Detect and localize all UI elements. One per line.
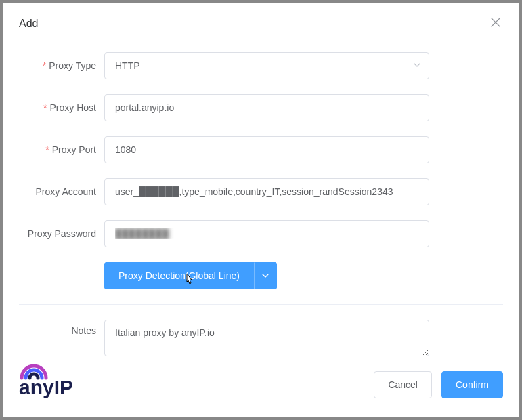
footer-actions: Cancel Confirm [374, 371, 503, 398]
add-proxy-modal: Add Proxy Type Proxy Host Proxy Port [3, 3, 519, 417]
divider [19, 304, 503, 305]
label-proxy-password: Proxy Password [19, 228, 104, 239]
row-notes: Notes [19, 320, 503, 358]
modal-header: Add [3, 3, 519, 32]
close-icon [491, 18, 500, 27]
row-proxy-host: Proxy Host [19, 94, 503, 121]
proxy-type-select[interactable] [104, 52, 429, 79]
label-proxy-port: Proxy Port [19, 144, 104, 155]
proxy-host-input[interactable] [104, 94, 429, 121]
label-notes: Notes [19, 320, 104, 336]
row-proxy-type: Proxy Type [19, 52, 503, 79]
confirm-button[interactable]: Confirm [441, 371, 503, 398]
label-proxy-account: Proxy Account [19, 186, 104, 197]
row-proxy-account: Proxy Account [19, 178, 503, 205]
row-proxy-port: Proxy Port [19, 136, 503, 163]
notes-textarea[interactable] [104, 320, 429, 356]
svg-text:anyIP: anyIP [19, 376, 73, 398]
proxy-port-input[interactable] [104, 136, 429, 163]
proxy-detection-dropdown[interactable] [254, 262, 277, 289]
proxy-detection-button[interactable]: Proxy Detection(Global Line) [104, 262, 254, 289]
label-proxy-host: Proxy Host [19, 102, 104, 113]
proxy-password-input[interactable] [104, 220, 429, 247]
chevron-down-icon [261, 272, 269, 280]
row-proxy-password: Proxy Password [19, 220, 503, 247]
modal-title: Add [19, 18, 38, 30]
modal-footer: anyIP Cancel Confirm [3, 360, 519, 417]
cancel-button[interactable]: Cancel [374, 371, 432, 398]
modal-body: Proxy Type Proxy Host Proxy Port Proxy A… [3, 32, 519, 358]
row-proxy-detection: Proxy Detection(Global Line) [19, 262, 503, 289]
anyip-logo: anyIP [19, 360, 114, 398]
label-proxy-type: Proxy Type [19, 60, 104, 71]
proxy-detection-group: Proxy Detection(Global Line) [104, 262, 277, 289]
proxy-account-input[interactable] [104, 178, 429, 205]
close-button[interactable] [488, 15, 503, 32]
